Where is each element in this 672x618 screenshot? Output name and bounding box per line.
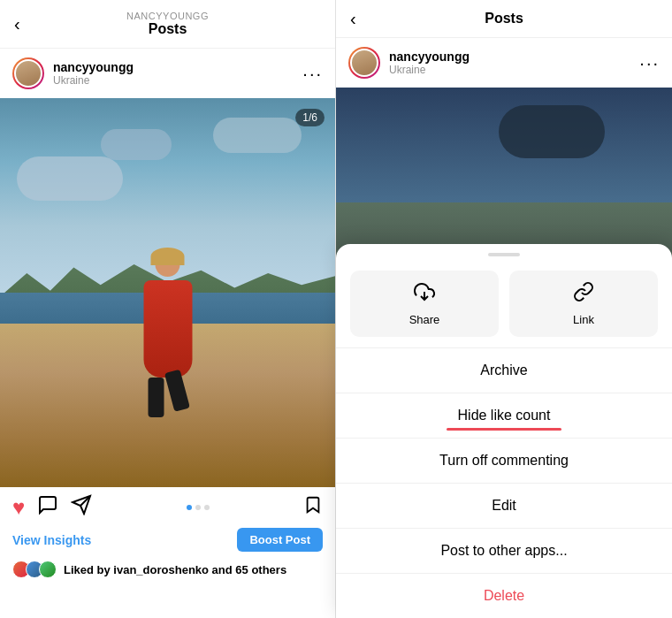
figure-legs — [149, 378, 187, 417]
sheet-icon-row: Share Link — [336, 263, 672, 348]
right-post-username[interactable]: nancyyoungg — [389, 50, 470, 64]
header-username: NANCYYOUNGG — [126, 11, 209, 21]
post-actions-bar: ♥ — [0, 487, 335, 524]
post-user-info: nancyyoungg Ukraine — [12, 57, 134, 89]
right-post-location: Ukraine — [389, 64, 470, 76]
right-panel: ‹ Posts nancyyoungg Ukraine ··· — [336, 0, 672, 618]
dot-1 — [187, 505, 192, 510]
bookmark-button[interactable] — [303, 495, 323, 520]
post-username[interactable]: nancyyoungg — [53, 60, 134, 74]
left-actions: ♥ — [12, 494, 92, 521]
post-location: Ukraine — [53, 74, 134, 87]
figure-hair — [151, 248, 185, 265]
share-sheet-button[interactable]: Share — [350, 271, 499, 337]
post-user-details: nancyyoungg Ukraine — [53, 60, 134, 87]
figure-head — [156, 252, 180, 277]
hide-like-count-menu-item[interactable]: Hide like count — [336, 393, 672, 439]
hide-like-count-label: Hide like count — [458, 408, 551, 423]
likes-row: Liked by ivan_doroshenko and 65 others — [0, 559, 335, 584]
right-post-user-details: nancyyoungg Ukraine — [389, 50, 470, 76]
dots-indicator — [187, 505, 210, 510]
right-post-user-info: nancyyoungg Ukraine — [348, 47, 470, 79]
right-avatar — [348, 47, 380, 79]
figure — [143, 252, 192, 417]
red-underline — [447, 428, 561, 431]
post-user-row: nancyyoungg Ukraine ··· — [0, 49, 335, 98]
right-sky — [336, 88, 672, 211]
right-dark-cloud — [499, 105, 605, 158]
right-avatar-image — [350, 49, 378, 77]
share-button[interactable] — [71, 494, 92, 521]
edit-menu-item[interactable]: Edit — [336, 484, 672, 529]
liked-by-user[interactable]: ivan_doroshenko — [113, 563, 209, 576]
link-icon — [573, 281, 594, 308]
likes-text: Liked by ivan_doroshenko and 65 others — [64, 563, 286, 576]
insights-row: View Insights Boost Post — [0, 524, 335, 559]
comment-button[interactable] — [37, 494, 58, 521]
cloud-3 — [213, 118, 302, 153]
bottom-sheet: Share Link Archive Hide like count Turn … — [336, 244, 672, 618]
share-label: Share — [409, 313, 440, 326]
liked-avatar-3 — [39, 561, 57, 578]
figure-leg-left — [149, 378, 164, 417]
link-sheet-button[interactable]: Link — [509, 271, 658, 337]
archive-menu-item[interactable]: Archive — [336, 348, 672, 393]
right-header-title: Posts — [485, 11, 523, 27]
figure-body — [143, 280, 192, 378]
right-back-button[interactable]: ‹ — [350, 9, 356, 29]
view-insights-button[interactable]: View Insights — [12, 533, 91, 547]
turn-off-commenting-menu-item[interactable]: Turn off commenting — [336, 439, 672, 484]
back-button[interactable]: ‹ — [14, 14, 20, 34]
liked-avatars — [12, 561, 57, 578]
right-header: ‹ Posts — [336, 0, 672, 38]
boost-post-button[interactable]: Boost Post — [237, 528, 323, 552]
image-counter: 1/6 — [295, 109, 325, 126]
share-icon — [414, 281, 435, 308]
post-image: 1/6 — [0, 98, 335, 487]
left-panel: ‹ NANCYYOUNGG Posts nancyyoungg Ukraine … — [0, 0, 336, 618]
header-title: Posts — [149, 21, 187, 37]
left-header-text: NANCYYOUNGG Posts — [126, 11, 209, 37]
more-options-button[interactable]: ··· — [302, 64, 323, 84]
delete-menu-item[interactable]: Delete — [336, 574, 672, 618]
avatar-image — [14, 59, 42, 88]
like-button[interactable]: ♥ — [12, 495, 25, 520]
figure-leg-right — [164, 370, 190, 412]
post-to-other-apps-menu-item[interactable]: Post to other apps... — [336, 529, 672, 574]
left-header: ‹ NANCYYOUNGG Posts — [0, 0, 335, 49]
dot-3 — [204, 505, 210, 510]
sheet-handle — [488, 253, 520, 256]
cloud-2 — [101, 129, 172, 160]
link-label: Link — [573, 313, 594, 326]
right-post-image — [336, 88, 672, 264]
right-more-options-button[interactable]: ··· — [639, 53, 660, 73]
avatar — [12, 57, 44, 89]
right-post-user-row: nancyyoungg Ukraine ··· — [336, 38, 672, 88]
cloud-1 — [17, 156, 123, 201]
dot-2 — [195, 505, 201, 510]
